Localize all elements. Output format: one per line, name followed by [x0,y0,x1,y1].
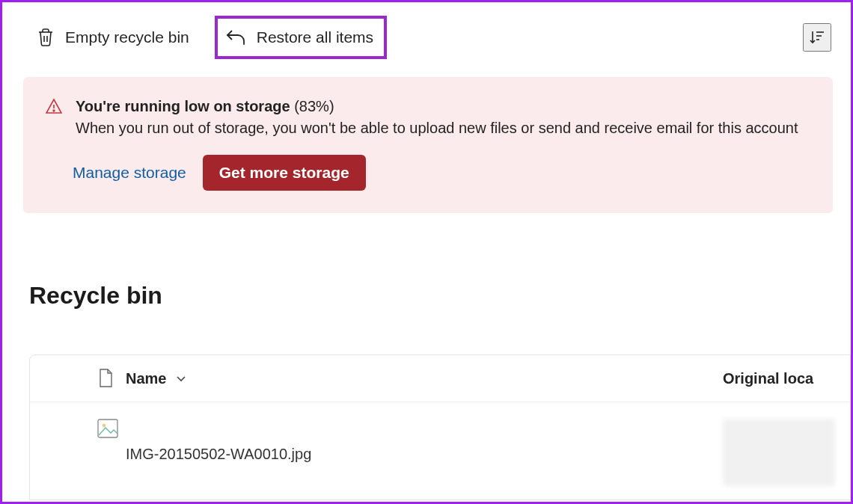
column-name-header[interactable]: Name [109,370,723,387]
empty-recycle-bin-button[interactable]: Empty recycle bin [29,23,197,52]
warning-icon [46,98,62,114]
svg-point-0 [53,110,55,111]
file-table: Name Original loca IMG-20150502-WA0010.j… [29,354,851,500]
chevron-down-icon [175,372,187,384]
sort-icon [809,29,825,46]
trash-icon [37,28,55,47]
restore-all-items-label: Restore all items [257,28,373,46]
file-name: IMG-20150502-WA0010.jpg [126,446,311,463]
toolbar: Empty recycle bin Restore all items [2,2,851,73]
column-icon [48,369,109,388]
storage-warning-banner: You're running low on storage (83%) When… [23,77,833,213]
manage-storage-link[interactable]: Manage storage [73,164,186,182]
empty-recycle-bin-label: Empty recycle bin [65,28,189,46]
restore-all-items-button[interactable]: Restore all items [215,16,387,59]
blurred-location [723,419,835,486]
banner-title-pct: (83%) [294,98,334,114]
column-name-label: Name [126,370,166,387]
get-more-storage-button[interactable]: Get more storage [203,155,366,191]
banner-title: You're running low on storage (83%) [76,98,810,115]
undo-icon [225,28,246,47]
table-row[interactable]: IMG-20150502-WA0010.jpg [30,402,850,500]
table-header: Name Original loca [30,355,850,402]
column-location-header[interactable]: Original loca [723,370,850,387]
banner-description: When you run out of storage, you won't b… [76,120,810,137]
sort-button[interactable] [803,23,831,52]
page-title: Recycle bin [29,282,851,310]
svg-point-2 [103,424,106,427]
banner-title-text: You're running low on storage [76,98,290,114]
